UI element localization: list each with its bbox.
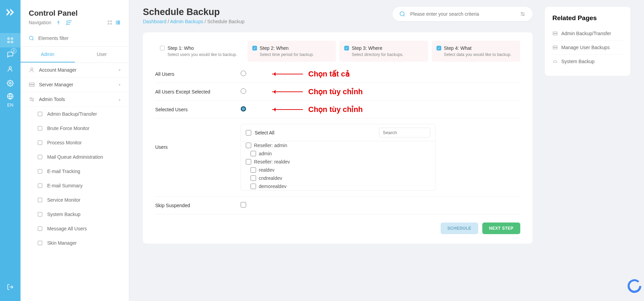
row-all-except: All Users Except Selected Chọn tùy chỉnh <box>155 83 520 101</box>
link-icon <box>552 31 558 36</box>
user-label: realdev <box>259 167 274 173</box>
svg-point-27 <box>32 100 34 101</box>
rail-messages[interactable]: 3 <box>0 47 21 62</box>
elements-filter[interactable] <box>21 30 129 47</box>
submenu-label: E-mail Tracking <box>47 169 80 174</box>
user-search-input[interactable] <box>379 128 430 138</box>
send-icon <box>37 168 43 174</box>
user-checkbox[interactable] <box>246 159 251 164</box>
crumb-admin-backups[interactable]: Admin Backups <box>170 19 203 24</box>
server-icon <box>29 82 35 88</box>
svg-rect-16 <box>117 21 120 22</box>
submenu-mail-queue-administration[interactable]: Mail Queue Administration <box>21 150 129 164</box>
crumb-dashboard[interactable]: Dashboard <box>143 19 166 24</box>
sliders-icon[interactable] <box>520 11 526 17</box>
next-step-button[interactable]: NEXT STEP <box>482 223 520 234</box>
user-icon <box>7 66 14 72</box>
menu-admin-tools[interactable]: Admin Tools▴ <box>21 92 129 107</box>
menu-server-manager[interactable]: Server Manager▾ <box>21 77 129 92</box>
select-all-checkbox[interactable] <box>246 130 251 135</box>
svg-rect-45 <box>553 34 557 35</box>
user-row[interactable]: realdev <box>241 166 435 174</box>
user-row[interactable]: cndrealdev <box>241 174 435 182</box>
user-checkbox[interactable] <box>251 151 256 156</box>
submenu-e-mail-tracking[interactable]: E-mail Tracking <box>21 164 129 178</box>
grid-view-icon[interactable] <box>107 20 112 25</box>
svg-point-1 <box>11 38 13 40</box>
related-link[interactable]: Admin Backup/Transfer <box>552 27 623 41</box>
rail-dashboard[interactable] <box>0 33 21 47</box>
svg-rect-47 <box>553 48 557 49</box>
related-title: Related Pages <box>552 14 623 22</box>
menu-label: Admin Tools <box>39 97 65 102</box>
crumb-current: Schedule Backup <box>207 19 244 24</box>
tab-admin[interactable]: Admin <box>21 47 75 62</box>
user-checkbox[interactable] <box>251 167 256 173</box>
user-checkbox[interactable] <box>251 184 256 189</box>
rail-settings[interactable] <box>0 76 21 90</box>
global-search[interactable] <box>392 7 533 21</box>
submenu-brute-force-monitor[interactable]: Brute Force Monitor <box>21 121 129 135</box>
wizard-card: Step 1: WhoSelect users you would like t… <box>143 32 533 244</box>
submenu-label: E-mail Summary <box>47 183 82 188</box>
svg-point-0 <box>8 38 10 40</box>
submenu-label: Mail Queue Administration <box>47 154 103 160</box>
submenu-system-backup[interactable]: System Backup <box>21 207 129 221</box>
grid-icon <box>7 37 14 44</box>
card-actions: SCHEDULE NEXT STEP <box>155 223 520 234</box>
submenu-process-monitor[interactable]: Process Monitor <box>21 135 129 150</box>
user-label: demorealdev <box>259 184 286 189</box>
radio-all-users[interactable] <box>241 71 246 76</box>
logout-icon <box>7 284 14 290</box>
svg-rect-11 <box>108 20 109 22</box>
tab-user[interactable]: User <box>75 47 129 62</box>
skip-suspended-checkbox[interactable] <box>241 202 246 207</box>
radio-selected-users[interactable] <box>241 106 246 112</box>
svg-rect-17 <box>116 22 117 23</box>
option-label: All Users Except Selected <box>155 89 241 95</box>
user-list[interactable]: Reseller: adminadminReseller: realdevrea… <box>241 141 435 190</box>
filter-input[interactable] <box>38 35 121 41</box>
step-checkbox <box>160 46 165 51</box>
svg-point-43 <box>523 15 524 16</box>
submenu-service-monitor[interactable]: Service Monitor <box>21 193 129 207</box>
step-2[interactable]: ✓Step 2: WhenSelect time period for back… <box>247 41 336 62</box>
related-link[interactable]: Manage User Backups <box>552 41 623 55</box>
app-logo-icon <box>5 7 16 18</box>
navigation-label: Navigation <box>29 20 51 25</box>
related-link[interactable]: System Backup <box>552 55 623 68</box>
search-input[interactable] <box>410 11 515 17</box>
user-checkbox[interactable] <box>246 143 251 148</box>
sidebar-header: Control Panel Navigation <box>21 0 129 30</box>
schedule-button[interactable]: SCHEDULE <box>441 223 478 234</box>
user-checkbox[interactable] <box>251 175 256 181</box>
mail-icon <box>37 154 43 160</box>
user-row[interactable]: Reseller: admin <box>241 141 435 149</box>
menu-account-manager[interactable]: Account Manager▾ <box>21 63 129 77</box>
step-3[interactable]: ✓Step 3: WhereSelect directory for backu… <box>339 41 428 62</box>
list-view-icon[interactable] <box>115 20 121 25</box>
skip-suspended-label: Skip Suspended <box>155 203 241 208</box>
submenu-label: System Backup <box>47 212 80 217</box>
svg-rect-35 <box>38 212 42 216</box>
submenu-e-mail-summary[interactable]: E-mail Summary <box>21 178 129 193</box>
rail-logout[interactable] <box>0 280 21 294</box>
rail-language[interactable]: EN <box>0 90 21 110</box>
submenu-message-all-users[interactable]: Message All Users <box>21 221 129 236</box>
submenu-admin-backup-transfer[interactable]: Admin Backup/Transfer <box>21 107 129 121</box>
submenu-label: Admin Backup/Transfer <box>47 111 97 117</box>
submenu-skin-manager[interactable]: Skin Manager <box>21 236 129 250</box>
page-header: Schedule Backup Dashboard / Admin Backup… <box>143 7 533 24</box>
step-4[interactable]: ✓Step 4: WhatSelect data you would like … <box>432 41 521 62</box>
sort-icon[interactable] <box>66 19 72 26</box>
radio-all-except[interactable] <box>241 88 246 94</box>
svg-rect-28 <box>38 112 42 116</box>
user-row[interactable]: demorealdev <box>241 182 435 190</box>
step-1[interactable]: Step 1: WhoSelect users you would like t… <box>155 41 244 62</box>
bar-icon <box>37 197 43 203</box>
user-row[interactable]: admin <box>241 149 435 158</box>
pin-icon[interactable] <box>56 20 61 25</box>
user-row[interactable]: Reseller: realdev <box>241 158 435 166</box>
rail-user[interactable] <box>0 62 21 76</box>
svg-rect-44 <box>553 32 557 33</box>
